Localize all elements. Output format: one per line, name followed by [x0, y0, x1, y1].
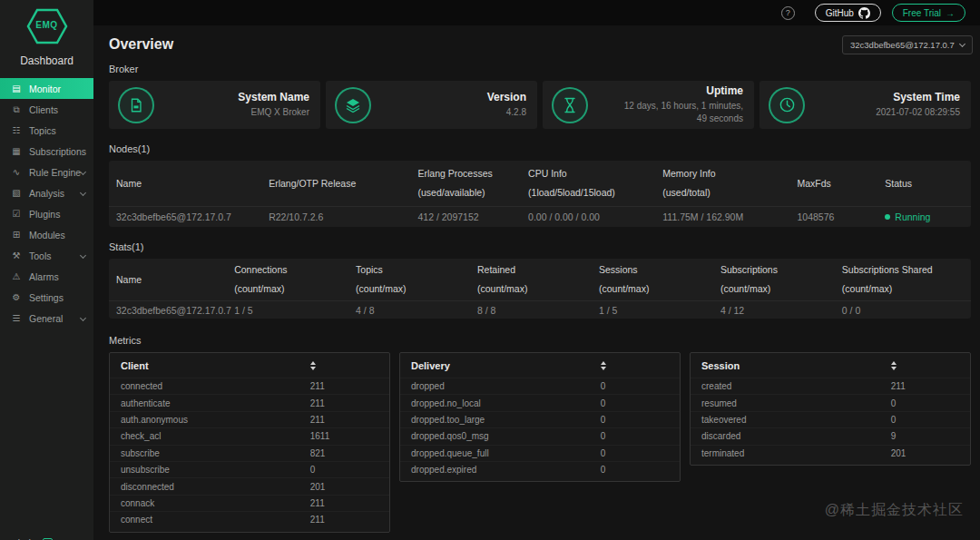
status-dot-icon — [885, 214, 890, 220]
chevron-down-icon — [80, 252, 86, 259]
session-metrics-header: Session — [691, 353, 970, 378]
alarms-icon: ⚠ — [10, 271, 23, 281]
tools-icon: ⚒ — [10, 250, 23, 260]
metric-row: dropped.qos0_msg0 — [400, 427, 680, 444]
plugins-icon: ☑ — [10, 209, 23, 219]
sidebar-menu: ▤ Monitor ⧉ Clients ☷ Topics ▦ Subscript… — [0, 78, 93, 329]
sidebar-item-topics[interactable]: ☷ Topics — [0, 120, 93, 141]
sidebar-item-general[interactable]: ☰ General — [0, 308, 93, 329]
card-value: EMQ X Broker — [238, 106, 309, 119]
metric-row: dropped0 — [400, 378, 680, 394]
topics-icon: ☷ — [10, 125, 23, 135]
metric-row: dropped.queue_full0 — [400, 445, 680, 461]
sidebar-item-monitor[interactable]: ▤ Monitor — [0, 78, 93, 99]
sidebar-item-rule-engine[interactable]: ∿ Rule Engine — [0, 162, 93, 182]
card-title: System Name — [238, 91, 309, 103]
sidebar-item-tools[interactable]: ⚒ Tools — [0, 245, 93, 266]
node-select-value: 32c3dbefbe65@172.17.0.7 — [850, 40, 955, 50]
metric-row: unsubscribe0 — [110, 461, 389, 477]
metric-row: connect211 — [110, 511, 389, 527]
stats-table-row: 32c3dbefbe65@172.17.0.7 1 / 5 4 / 8 8 / … — [109, 300, 971, 319]
github-icon — [858, 7, 870, 19]
analysis-icon: ▧ — [10, 188, 23, 198]
status-badge: Running — [877, 211, 971, 222]
metrics-tables: Client connected211 authenticate211 auth… — [109, 352, 971, 533]
rule-engine-icon: ∿ — [10, 167, 23, 177]
content: Broker System Name EMQ X Broker — [93, 64, 980, 533]
monitor-icon: ▤ — [10, 83, 23, 93]
main-area: ? GitHub Free Trial → Overview 32c3dbefb… — [93, 0, 980, 540]
version-card: Version 4.2.8 — [326, 81, 537, 129]
free-trial-button[interactable]: Free Trial → — [892, 4, 965, 22]
session-metrics-table: Session created211 resumed0 takeovered0 … — [690, 352, 971, 466]
emq-logo: EMQ — [0, 7, 93, 51]
sidebar-item-alarms[interactable]: ⚠ Alarms — [0, 266, 93, 287]
metric-row: created211 — [691, 378, 970, 394]
general-icon: ☰ — [10, 313, 23, 323]
nodes-table-row: 32c3dbefbe65@172.17.0.7 R22/10.7.2.6 412… — [109, 206, 971, 227]
sidebar-item-modules[interactable]: ⊞ Modules — [0, 224, 93, 245]
card-title: System Time — [876, 91, 960, 103]
metric-row: dropped.too_large0 — [400, 411, 680, 427]
sidebar-item-plugins[interactable]: ☑ Plugins — [0, 203, 93, 224]
free-trial-label: Free Trial — [903, 8, 941, 18]
nodes-table-header: Name Erlang/OTP Release Erlang Processes… — [109, 161, 971, 206]
help-icon[interactable]: ? — [781, 6, 795, 20]
stats-section-title: Stats(1) — [109, 241, 971, 252]
settings-icon: ⚙ — [10, 292, 23, 302]
sidebar-item-analysis[interactable]: ▧ Analysis — [0, 182, 93, 203]
app-name: Dashboard — [0, 54, 93, 67]
sidebar-item-settings[interactable]: ⚙ Settings — [0, 287, 93, 308]
metric-row: terminated201 — [691, 445, 970, 461]
metric-row: takeovered0 — [691, 411, 970, 427]
delivery-metrics-table: Delivery dropped0 dropped.no_local0 drop… — [399, 352, 681, 482]
delivery-metrics-header: Delivery — [400, 353, 680, 378]
sort-icon[interactable] — [310, 361, 316, 370]
broker-section-title: Broker — [109, 64, 971, 74]
system-time-card: System Time 2021-07-02 08:29:55 — [760, 81, 971, 129]
metric-row: disconnected201 — [110, 477, 389, 494]
clock-icon — [769, 87, 805, 123]
chevron-down-icon — [959, 40, 965, 46]
modules-icon: ⊞ — [10, 230, 23, 240]
stats-table: Name Connections(count/max) Topics(count… — [109, 259, 971, 319]
sort-icon[interactable] — [891, 361, 897, 370]
card-value: 2021-07-02 08:29:55 — [876, 106, 960, 119]
metric-row: subscribe821 — [110, 445, 389, 461]
sidebar-item-subscriptions[interactable]: ▦ Subscriptions — [0, 141, 93, 162]
sidebar-item-clients[interactable]: ⧉ Clients — [0, 99, 93, 120]
github-button-label: GitHub — [826, 8, 854, 18]
github-button[interactable]: GitHub — [815, 4, 881, 22]
metric-row: connected211 — [110, 378, 389, 394]
topbar: ? GitHub Free Trial → — [93, 0, 980, 25]
document-icon — [118, 87, 154, 123]
card-title: Uptime — [623, 84, 743, 97]
client-metrics-table: Client connected211 authenticate211 auth… — [109, 352, 390, 533]
emq-logo-text: EMQ — [0, 20, 93, 30]
card-value: 4.2.8 — [487, 106, 526, 119]
sort-icon[interactable] — [601, 361, 606, 370]
nodes-table: Name Erlang/OTP Release Erlang Processes… — [109, 161, 971, 227]
sidebar: EMQ Dashboard ▤ Monitor ⧉ Clients ☷ Topi… — [0, 0, 93, 540]
metric-row: resumed0 — [691, 394, 970, 410]
metric-row: discarded9 — [691, 427, 970, 444]
node-select[interactable]: 32c3dbefbe65@172.17.0.7 — [842, 35, 973, 54]
page-header: Overview 32c3dbefbe65@172.17.0.7 — [93, 25, 980, 64]
metric-row: authenticate211 — [110, 394, 389, 410]
layers-icon — [335, 87, 371, 123]
metrics-section-title: Metrics — [109, 335, 971, 346]
card-title: Version — [487, 91, 526, 103]
emqx-dashboard: EMQ Dashboard ▤ Monitor ⧉ Clients ☷ Topi… — [0, 0, 980, 540]
metric-row: dropped.no_local0 — [400, 394, 680, 410]
hourglass-icon — [552, 87, 588, 123]
card-value: 12 days, 16 hours, 1 minutes, 49 seconds — [623, 100, 743, 125]
metric-row: connack211 — [110, 495, 389, 511]
subscriptions-icon: ▦ — [10, 146, 23, 156]
system-name-card: System Name EMQ X Broker — [109, 81, 320, 129]
metric-row: dropped.expired0 — [400, 461, 680, 477]
arrow-right-icon: → — [946, 8, 955, 18]
broker-cards: System Name EMQ X Broker Version 4.2.8 — [109, 81, 971, 129]
clients-icon: ⧉ — [10, 104, 23, 115]
metric-row: auth.anonymous211 — [110, 411, 389, 427]
chevron-down-icon — [80, 315, 86, 321]
